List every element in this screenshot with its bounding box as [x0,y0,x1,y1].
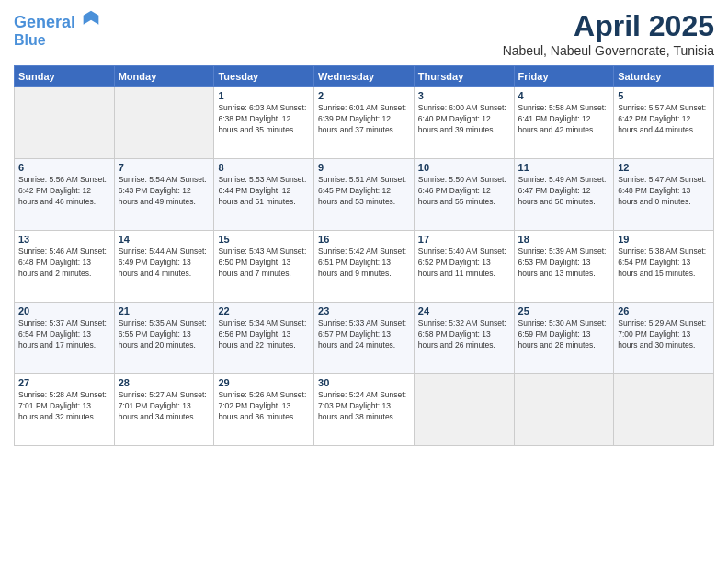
day-cell: 21Sunrise: 5:35 AM Sunset: 6:55 PM Dayli… [114,303,214,374]
day-info: Sunrise: 5:56 AM Sunset: 6:42 PM Dayligh… [18,175,110,208]
day-info: Sunrise: 5:46 AM Sunset: 6:48 PM Dayligh… [18,247,110,280]
day-cell: 8Sunrise: 5:53 AM Sunset: 6:44 PM Daylig… [214,159,314,231]
day-cell: 13Sunrise: 5:46 AM Sunset: 6:48 PM Dayli… [15,231,115,303]
day-info: Sunrise: 5:35 AM Sunset: 6:55 PM Dayligh… [119,318,210,351]
day-number: 24 [418,305,510,316]
day-number: 14 [119,234,210,245]
week-row-3: 20Sunrise: 5:37 AM Sunset: 6:54 PM Dayli… [15,303,714,374]
day-cell: 19Sunrise: 5:38 AM Sunset: 6:54 PM Dayli… [614,231,714,303]
day-info: Sunrise: 5:43 AM Sunset: 6:50 PM Dayligh… [218,247,310,280]
day-cell: 23Sunrise: 5:33 AM Sunset: 6:57 PM Dayli… [314,303,415,374]
day-cell: 28Sunrise: 5:27 AM Sunset: 7:01 PM Dayli… [114,374,214,446]
day-info: Sunrise: 5:57 AM Sunset: 6:42 PM Dayligh… [618,103,710,136]
day-number: 27 [18,377,110,388]
day-cell: 12Sunrise: 5:47 AM Sunset: 6:48 PM Dayli… [614,159,714,231]
day-number: 12 [618,162,710,173]
day-cell: 5Sunrise: 5:57 AM Sunset: 6:42 PM Daylig… [614,87,714,159]
col-monday: Monday [114,66,214,87]
title-block: April 2025 Nabeul, Nabeul Governorate, T… [503,9,714,58]
day-cell [514,374,614,446]
day-info: Sunrise: 5:44 AM Sunset: 6:49 PM Dayligh… [119,247,210,280]
day-info: Sunrise: 5:50 AM Sunset: 6:46 PM Dayligh… [418,175,510,208]
day-cell: 2Sunrise: 6:01 AM Sunset: 6:39 PM Daylig… [314,87,415,159]
day-info: Sunrise: 5:28 AM Sunset: 7:01 PM Dayligh… [18,390,110,423]
day-cell: 25Sunrise: 5:30 AM Sunset: 6:59 PM Dayli… [514,303,614,374]
day-number: 22 [218,305,310,316]
day-cell: 10Sunrise: 5:50 AM Sunset: 6:46 PM Dayli… [414,159,514,231]
week-row-0: 1Sunrise: 6:03 AM Sunset: 6:38 PM Daylig… [15,87,714,159]
day-info: Sunrise: 5:47 AM Sunset: 6:48 PM Dayligh… [618,175,710,208]
day-number: 23 [318,305,410,316]
calendar-subtitle: Nabeul, Nabeul Governorate, Tunisia [503,43,714,58]
day-number: 9 [318,162,410,173]
day-info: Sunrise: 5:49 AM Sunset: 6:47 PM Dayligh… [518,175,610,208]
day-info: Sunrise: 5:34 AM Sunset: 6:56 PM Dayligh… [218,318,310,351]
day-number: 5 [618,90,710,101]
day-number: 29 [218,377,310,388]
day-number: 11 [518,162,610,173]
day-info: Sunrise: 5:27 AM Sunset: 7:01 PM Dayligh… [119,390,210,423]
day-number: 28 [119,377,210,388]
day-info: Sunrise: 6:01 AM Sunset: 6:39 PM Dayligh… [318,103,410,136]
day-info: Sunrise: 5:51 AM Sunset: 6:45 PM Dayligh… [318,175,410,208]
logo-blue-text: Blue [14,32,100,49]
day-number: 8 [218,162,310,173]
day-number: 20 [18,305,110,316]
day-number: 15 [218,234,310,245]
day-number: 30 [318,377,410,388]
day-info: Sunrise: 5:29 AM Sunset: 7:00 PM Dayligh… [618,318,710,351]
day-cell: 15Sunrise: 5:43 AM Sunset: 6:50 PM Dayli… [214,231,314,303]
day-cell: 14Sunrise: 5:44 AM Sunset: 6:49 PM Dayli… [114,231,214,303]
day-info: Sunrise: 5:33 AM Sunset: 6:57 PM Dayligh… [318,318,410,351]
svg-marker-0 [84,11,99,25]
day-cell [114,87,214,159]
day-info: Sunrise: 5:54 AM Sunset: 6:43 PM Dayligh… [119,175,210,208]
day-cell: 16Sunrise: 5:42 AM Sunset: 6:51 PM Dayli… [314,231,415,303]
day-cell: 27Sunrise: 5:28 AM Sunset: 7:01 PM Dayli… [15,374,115,446]
day-info: Sunrise: 5:58 AM Sunset: 6:41 PM Dayligh… [518,103,610,136]
day-cell: 6Sunrise: 5:56 AM Sunset: 6:42 PM Daylig… [15,159,115,231]
day-cell: 29Sunrise: 5:26 AM Sunset: 7:02 PM Dayli… [214,374,314,446]
col-friday: Friday [514,66,614,87]
day-number: 16 [318,234,410,245]
day-cell: 26Sunrise: 5:29 AM Sunset: 7:00 PM Dayli… [614,303,714,374]
logo-text: General [14,9,100,32]
day-info: Sunrise: 5:39 AM Sunset: 6:53 PM Dayligh… [518,247,610,280]
page: General Blue April 2025 Nabeul, Nabeul G… [0,0,728,563]
day-cell: 17Sunrise: 5:40 AM Sunset: 6:52 PM Dayli… [414,231,514,303]
day-cell [614,374,714,446]
day-cell [15,87,115,159]
day-cell: 18Sunrise: 5:39 AM Sunset: 6:53 PM Dayli… [514,231,614,303]
day-cell: 20Sunrise: 5:37 AM Sunset: 6:54 PM Dayli… [15,303,115,374]
day-info: Sunrise: 5:30 AM Sunset: 6:59 PM Dayligh… [518,318,610,351]
calendar-title: April 2025 [503,9,714,43]
day-info: Sunrise: 6:00 AM Sunset: 6:40 PM Dayligh… [418,103,510,136]
col-sunday: Sunday [15,66,115,87]
day-cell: 11Sunrise: 5:49 AM Sunset: 6:47 PM Dayli… [514,159,614,231]
day-cell [414,374,514,446]
day-info: Sunrise: 5:26 AM Sunset: 7:02 PM Dayligh… [218,390,310,423]
day-number: 26 [618,305,710,316]
day-info: Sunrise: 5:37 AM Sunset: 6:54 PM Dayligh… [18,318,110,351]
day-number: 13 [18,234,110,245]
day-cell: 24Sunrise: 5:32 AM Sunset: 6:58 PM Dayli… [414,303,514,374]
day-number: 2 [318,90,410,101]
header: General Blue April 2025 Nabeul, Nabeul G… [14,9,714,58]
day-info: Sunrise: 5:38 AM Sunset: 6:54 PM Dayligh… [618,247,710,280]
col-saturday: Saturday [614,66,714,87]
day-cell: 22Sunrise: 5:34 AM Sunset: 6:56 PM Dayli… [214,303,314,374]
day-cell: 7Sunrise: 5:54 AM Sunset: 6:43 PM Daylig… [114,159,214,231]
day-info: Sunrise: 5:42 AM Sunset: 6:51 PM Dayligh… [318,247,410,280]
day-cell: 30Sunrise: 5:24 AM Sunset: 7:03 PM Dayli… [314,374,415,446]
day-number: 6 [18,162,110,173]
day-cell: 1Sunrise: 6:03 AM Sunset: 6:38 PM Daylig… [214,87,314,159]
header-row: Sunday Monday Tuesday Wednesday Thursday… [15,66,714,87]
day-number: 21 [119,305,210,316]
week-row-1: 6Sunrise: 5:56 AM Sunset: 6:42 PM Daylig… [15,159,714,231]
day-info: Sunrise: 6:03 AM Sunset: 6:38 PM Dayligh… [218,103,310,136]
day-number: 17 [418,234,510,245]
day-number: 7 [119,162,210,173]
logo: General Blue [14,9,100,48]
day-number: 18 [518,234,610,245]
calendar-table: Sunday Monday Tuesday Wednesday Thursday… [14,65,714,446]
